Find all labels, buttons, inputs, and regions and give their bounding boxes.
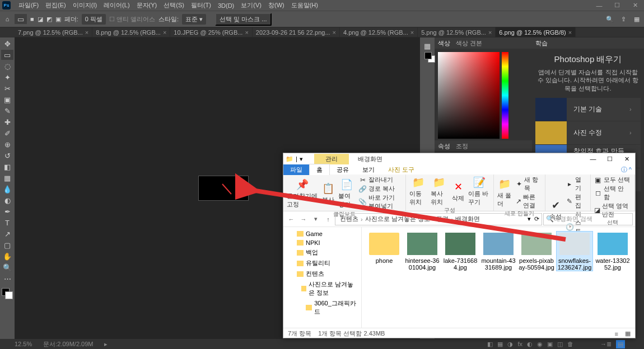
tab-close-icon[interactable]: × [245,29,248,36]
tab-close-icon[interactable]: × [568,29,572,36]
address-bar[interactable]: 컨텐츠› 사진으로 남겨놓은 정보› 풍경› 배경화면 ▾ ⟳ [335,213,542,225]
home-icon[interactable]: ⌂ [3,15,11,23]
ribbon-help-icon[interactable]: ⓘ ^ [621,166,635,174]
tool-brush[interactable]: ✐ [1,128,13,138]
tool-heal[interactable]: ✚ [1,117,13,127]
rb-cut-button[interactable]: ✂잘라내기 [359,176,402,184]
rb-newfolder-button[interactable]: 📁새 폴더 [497,177,512,208]
tool-dodge[interactable]: ◐ [1,195,13,205]
color-field[interactable] [438,52,500,139]
tool-history[interactable]: ↺ [1,150,13,161]
tool-shape[interactable]: ▢ [1,240,13,250]
rb-copy-button[interactable]: 📋복사 [321,182,335,204]
tool-path[interactable]: ↗ [1,229,13,239]
ribbon-tab-share[interactable]: 공유 [330,164,356,175]
rb-copypath-button[interactable]: 🔗경로 복사 [359,185,402,193]
tool-misc[interactable]: ⋯ [1,273,13,284]
marquee-add-icon[interactable]: ◪ [38,16,43,23]
maximize-icon[interactable]: ☐ [608,1,626,11]
rb-selectnone-button[interactable]: ◻선택 안 함 [594,185,631,201]
tool-hand[interactable]: ✋ [1,251,13,261]
menu-file[interactable]: 파일(F) [15,1,42,10]
tab-close-icon[interactable]: × [163,29,166,36]
nav-back-button[interactable]: ← [286,214,297,225]
tool-text[interactable]: T [1,218,13,228]
search-icon[interactable]: 🔍 [606,15,614,23]
rb-rename-button[interactable]: 📝이름 바꾸기 [468,176,490,206]
doc-tab[interactable]: 10.JPEG @ 25% (RGB...× [170,27,252,37]
tree-item[interactable]: 유틸리티 [283,258,361,268]
rb-moveto-button[interactable]: 📁이동 위치 [409,176,427,206]
tree-item[interactable]: NPKI [283,238,361,247]
file-item[interactable]: hintersee-3601004.jpg [404,232,440,271]
rb-delete-button[interactable]: ✕삭제 [451,180,465,202]
tool-quickselect[interactable]: ✦ [1,72,13,82]
menu-edit[interactable]: 편집(E) [42,1,69,10]
tab-close-icon[interactable]: × [410,29,414,36]
rb-open-button[interactable]: ▸열기 [566,176,587,192]
tab-adjustments[interactable]: 조정 [456,142,468,150]
tool-gradient[interactable]: ▦ [1,173,13,183]
view-toggle-icon[interactable]: ▤ [616,340,625,348]
file-item-folder[interactable]: phone [366,232,402,264]
tab-close-icon[interactable]: × [333,29,336,36]
doc-tab[interactable]: 2023-09-26 21 56 22.png...× [253,27,340,37]
adjustment-icon[interactable]: ◉ [537,341,543,348]
doc-tab[interactable]: 8.png @ 12.5% (RGB...× [92,27,170,37]
rb-newitem-button[interactable]: ✦새 항목 [516,176,542,192]
rb-edit-button[interactable]: ✎편집 [566,193,587,210]
style-select[interactable]: 표준 ▾ [182,14,206,25]
menu-image[interactable]: 이미지(I) [69,1,100,10]
ribbon-tab-view[interactable]: 보기 [356,164,381,175]
doc-tab[interactable]: 4.png @ 12.5% (RGB...× [340,27,418,37]
file-list[interactable]: phone hintersee-3601004.jpg lake-7316684… [362,227,635,328]
document-canvas[interactable] [198,176,249,201]
tool-marquee[interactable]: ▭ [1,50,13,60]
rb-pin-button[interactable]: 📌즐겨찾기에 고정 [287,178,318,209]
menu-window[interactable]: 창(W) [265,1,288,10]
fx-icon[interactable]: fx [517,341,522,347]
tree-item[interactable]: 컨텐츠 [283,268,361,279]
file-item[interactable]: lake-7316684.jpg [442,232,478,271]
menu-type[interactable]: 문자(Y) [133,1,161,10]
workspace-icon[interactable]: ▦ [633,15,641,23]
menu-help[interactable]: 도움말(H) [288,1,321,10]
tool-lasso[interactable]: ◌ [1,61,13,71]
rb-pasteshortcut-button[interactable]: 📎바로 가기 붙여넣기 [359,194,402,210]
group-icon[interactable]: ▣ [547,341,553,348]
close-icon[interactable]: ✕ [626,1,644,11]
tree-item[interactable]: 백업 [283,247,361,258]
layers-panel-icon[interactable]: ◧ [487,341,493,348]
tree-item[interactable]: 사진으로 남겨놓은 정보 [283,279,361,298]
marquee-intersect-icon[interactable]: ▣ [55,16,61,23]
tree-item[interactable]: Game [283,229,361,238]
panel-icon-85[interactable]: ▦ [421,41,433,51]
menu-filter[interactable]: 필터(T) [188,1,214,10]
exp-maximize-icon[interactable]: ☐ [601,153,618,164]
tool-blur[interactable]: 💧 [1,184,13,194]
tool-eraser[interactable]: ◧ [1,162,13,172]
doc-tab-active[interactable]: 6.png @ 12.5% (RGB/8)× [496,27,576,37]
nav-recent-button[interactable]: ▾ [310,214,321,225]
trash-icon[interactable]: 🗑 [567,341,573,347]
zoom-level[interactable]: 12.5% [15,341,32,347]
status-chevron-icon[interactable]: ▸ [104,341,108,348]
marquee-sub-icon[interactable]: ◩ [46,16,52,23]
tab-close-icon[interactable]: × [85,29,88,36]
nav-forward-button[interactable]: → [298,214,309,225]
view-details-icon[interactable]: ≡ [615,331,618,337]
fgbg-swatch[interactable] [2,288,13,299]
file-item[interactable]: mountain-4331689.jpg [480,232,516,271]
ribbon-tab-file[interactable]: 파일 [283,164,309,175]
marquee-new-icon[interactable]: ■ [30,16,34,22]
tool-crop[interactable]: ✂ [1,83,13,93]
tool-eyedropper[interactable]: ✎ [1,106,13,116]
tab-learn[interactable]: 학습 [535,39,548,48]
tab-color[interactable]: 색상 [438,39,450,48]
qat-icon[interactable]: ▾ [300,155,303,163]
mask-icon[interactable]: ◐ [527,341,533,348]
exp-close-icon[interactable]: ✕ [618,153,635,164]
tab-swatches[interactable]: 색상 견본 [456,39,482,48]
doc-tab[interactable]: 5.png @ 12.5% (RGB...× [418,27,496,37]
channels-panel-icon[interactable]: ▦ [497,341,503,348]
